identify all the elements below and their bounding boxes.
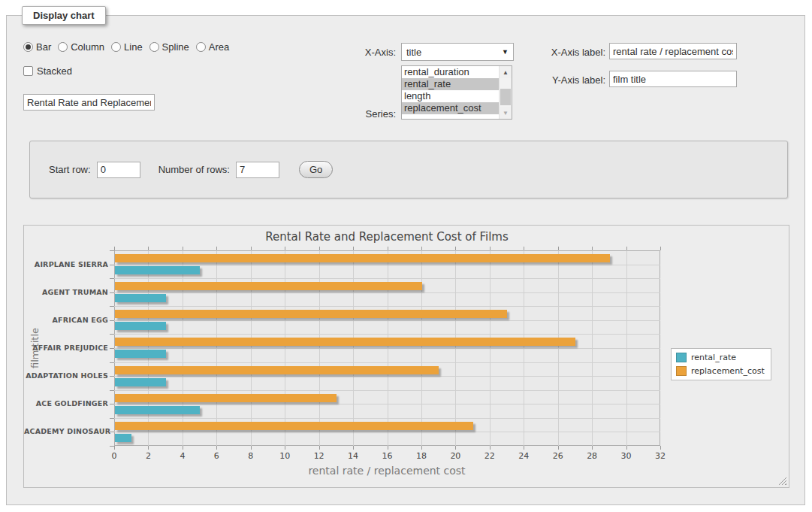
series-scrollbar[interactable]: ▲ ▼ xyxy=(499,66,512,119)
y-gridline xyxy=(114,348,660,349)
x-axis-title: rental rate / replacement cost xyxy=(114,465,660,477)
radio-spline-label: Spline xyxy=(162,41,189,53)
series-option-replacement-cost[interactable]: replacement_cost xyxy=(402,102,499,114)
legend-swatch-icon xyxy=(676,353,687,362)
legend-swatch-icon xyxy=(676,366,687,376)
radio-spline[interactable]: Spline xyxy=(149,41,189,53)
go-button[interactable]: Go xyxy=(299,161,333,178)
y-tick-mark xyxy=(110,265,114,265)
legend-label: replacement_cost xyxy=(691,366,765,376)
x-tick-mark xyxy=(558,247,559,250)
x-tick-mark xyxy=(285,247,285,250)
radio-column[interactable]: Column xyxy=(58,41,104,53)
series-option-length[interactable]: length xyxy=(402,90,499,102)
series-listbox[interactable]: rental_duration rental_rate length repla… xyxy=(401,65,512,120)
radio-bar-label: Bar xyxy=(36,41,51,53)
y-tick-mark xyxy=(110,362,114,363)
radio-bar[interactable]: Bar xyxy=(23,41,51,53)
x-tick-mark xyxy=(421,247,422,250)
x-tick-mark xyxy=(285,446,285,450)
x-tick-mark xyxy=(319,247,320,250)
y-gridline xyxy=(114,320,660,321)
x-tick-label: 0 xyxy=(103,451,125,461)
x-tick-label: 28 xyxy=(581,451,603,461)
x-tick-mark xyxy=(353,446,354,450)
x-tick-label: 24 xyxy=(512,451,535,461)
scrollbar-thumb[interactable] xyxy=(500,89,511,105)
stacked-checkbox[interactable] xyxy=(23,66,33,76)
x-tick-mark xyxy=(251,446,252,450)
stacked-label: Stacked xyxy=(37,65,72,77)
y-gridline xyxy=(114,418,660,419)
bar-replacement_cost xyxy=(115,282,422,290)
y-axis-label-label: Y-Axis label: xyxy=(530,74,605,86)
radio-area[interactable]: Area xyxy=(196,41,229,53)
radio-line-label: Line xyxy=(124,41,143,53)
y-tick-mark xyxy=(110,306,114,307)
scroll-up-icon[interactable]: ▲ xyxy=(500,66,512,78)
radio-selected-icon[interactable] xyxy=(23,42,33,52)
y-tick-mark xyxy=(110,278,114,279)
x-tick-mark xyxy=(251,247,252,250)
radio-area-label: Area xyxy=(209,41,229,53)
x-tick-mark xyxy=(421,446,422,450)
bar-replacement_cost xyxy=(115,422,473,430)
y-tick-mark xyxy=(110,390,114,391)
start-row-input[interactable] xyxy=(97,162,140,178)
bar-rental_rate xyxy=(115,434,131,442)
series-options: rental_duration rental_rate length repla… xyxy=(402,66,499,119)
num-rows-input[interactable] xyxy=(236,162,279,178)
x-tick-mark xyxy=(524,446,524,450)
radio-icon[interactable] xyxy=(111,42,121,52)
panel-title: Display chart xyxy=(22,6,106,25)
bar-rental_rate xyxy=(115,378,166,386)
radio-line[interactable]: Line xyxy=(111,41,143,53)
x-tick-label: 12 xyxy=(308,451,331,461)
radio-icon[interactable] xyxy=(58,42,68,52)
x-tick-label: 14 xyxy=(342,451,364,461)
x-tick-label: 20 xyxy=(444,451,466,461)
y-gridline xyxy=(114,404,660,404)
y-axis-label-input[interactable] xyxy=(609,71,737,87)
x-tick-mark xyxy=(114,446,115,450)
y-gridline xyxy=(114,376,660,377)
series-option-rental-rate[interactable]: rental_rate xyxy=(402,78,499,90)
bar-rental_rate xyxy=(115,266,200,274)
bar-rental_rate xyxy=(115,406,200,414)
chevron-down-icon: ▼ xyxy=(502,48,509,56)
display-chart-panel: Display chart Bar Column Line Spline Are… xyxy=(6,15,805,505)
x-axis-label-input[interactable] xyxy=(609,43,737,59)
y-tick-mark xyxy=(110,334,114,335)
y-tick-mark xyxy=(110,404,114,404)
x-axis-select[interactable]: title ▼ xyxy=(401,43,514,61)
x-tick-mark xyxy=(388,446,388,450)
x-tick-label: 32 xyxy=(649,451,672,461)
x-tick-mark xyxy=(319,446,320,450)
y-gridline xyxy=(114,362,660,363)
chart-legend: rental_ratereplacement_cost xyxy=(671,348,771,380)
resize-handle-icon[interactable] xyxy=(778,477,786,485)
legend-entry: rental_rate xyxy=(676,353,765,362)
y-tick-mark xyxy=(110,418,114,419)
x-tick-mark xyxy=(353,247,354,250)
x-tick-mark xyxy=(490,247,491,250)
bar-rental_rate xyxy=(115,350,166,358)
x-axis-label-label: X-Axis label: xyxy=(530,47,605,58)
bar-replacement_cost xyxy=(115,310,507,318)
x-tick-mark xyxy=(592,446,593,450)
y-tick-mark xyxy=(110,446,114,447)
x-tick-mark xyxy=(592,247,593,250)
bar-replacement_cost xyxy=(115,254,610,262)
x-tick-mark xyxy=(660,446,661,450)
y-gridline xyxy=(114,278,660,279)
radio-icon[interactable] xyxy=(149,42,159,52)
x-tick-label: 4 xyxy=(171,451,194,461)
chart-title-input[interactable] xyxy=(23,94,155,111)
radio-icon[interactable] xyxy=(196,42,206,52)
y-tick-mark xyxy=(110,292,114,293)
num-rows-label: Number of rows: xyxy=(158,164,230,175)
x-tick-mark xyxy=(626,247,627,250)
series-option-rental-duration[interactable]: rental_duration xyxy=(402,66,499,78)
legend-entry: replacement_cost xyxy=(676,366,765,376)
scroll-down-icon[interactable]: ▼ xyxy=(500,107,512,119)
